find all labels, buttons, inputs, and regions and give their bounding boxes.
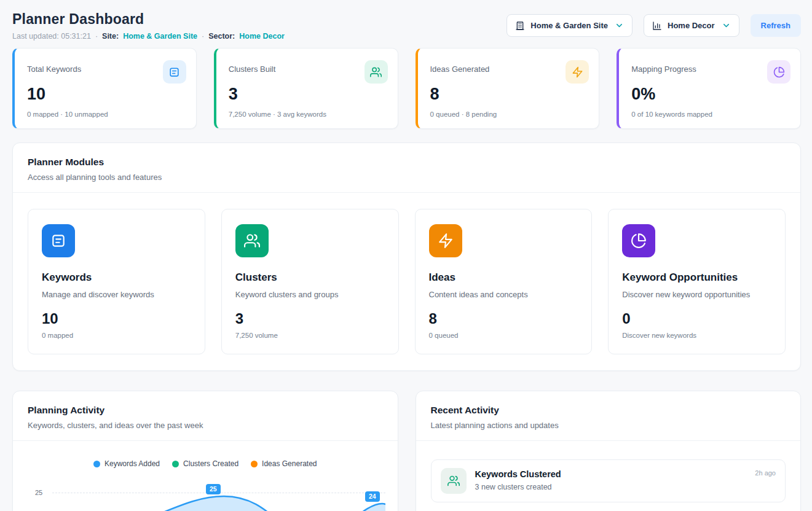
- topbar: Planner Dashboard Last updated: 05:31:21…: [12, 6, 801, 41]
- sector-selector-label: Home Decor: [668, 21, 715, 30]
- module-description: Keyword clusters and groups: [235, 290, 385, 299]
- stat-subtext: 0 mapped · 10 unmapped: [27, 111, 186, 118]
- sector-label: Sector:: [208, 32, 235, 41]
- activity-timestamp: 2h ago: [755, 469, 776, 477]
- stat-label: Mapping Progress: [631, 64, 696, 74]
- activity-chart: 25 25 24: [26, 478, 387, 511]
- legend-item-ideas-generated: Ideas Generated: [251, 459, 317, 468]
- last-updated-text: Last updated: 05:31:21: [12, 32, 91, 41]
- stat-label: Total Keywords: [27, 64, 81, 74]
- bottom-row: Planning Activity Keywords, clusters, an…: [12, 391, 801, 511]
- stat-card-total-keywords: Total Keywords 10 0 mapped · 10 unmapped: [12, 48, 197, 129]
- stat-subtext: 0 queued · 8 pending: [430, 111, 589, 118]
- stat-card-ideas-generated: Ideas Generated 8 0 queued · 8 pending: [416, 48, 600, 129]
- module-title: Ideas: [429, 271, 578, 284]
- activity-text: Keywords Clustered 3 new clusters create…: [475, 468, 561, 491]
- building-icon: [515, 21, 525, 31]
- module-card-ideas[interactable]: Ideas Content ideas and concepts 8 0 que…: [415, 209, 593, 354]
- stats-row: Total Keywords 10 0 mapped · 10 unmapped…: [12, 48, 801, 129]
- site-selector-label: Home & Garden Site: [530, 21, 608, 30]
- divider: [416, 440, 801, 441]
- stat-value: 8: [430, 86, 589, 103]
- refresh-button[interactable]: Refresh: [751, 14, 801, 37]
- stat-label: Clusters Built: [229, 64, 276, 74]
- module-value: 8: [429, 311, 578, 326]
- page-title: Planner Dashboard: [12, 11, 285, 28]
- panel-header: Planner Modules Access all planning tool…: [13, 143, 800, 192]
- module-subtext: 0 queued: [429, 332, 578, 339]
- module-description: Discover new keyword opportunities: [622, 290, 771, 299]
- stat-card-clusters-built: Clusters Built 3 7,250 volume · 3 avg ke…: [214, 48, 398, 129]
- module-description: Manage and discover keywords: [42, 290, 191, 299]
- panel-title: Planning Activity: [28, 405, 383, 416]
- stat-value: 3: [229, 86, 388, 103]
- activity-item-keywords-clustered: Keywords Clustered 3 new clusters create…: [431, 459, 786, 502]
- module-value: 0: [622, 311, 771, 326]
- chevron-down-icon: [615, 21, 624, 30]
- stat-subtext: 0 of 10 keywords mapped: [631, 111, 790, 118]
- pie-chart-icon: [767, 60, 790, 84]
- legend-dot: [251, 461, 258, 467]
- data-point-label: 24: [365, 491, 380, 502]
- stat-label: Ideas Generated: [430, 64, 490, 74]
- planner-modules-panel: Planner Modules Access all planning tool…: [12, 142, 801, 371]
- document-icon: [42, 224, 75, 257]
- separator: ·: [95, 32, 98, 41]
- module-card-keyword-opportunities[interactable]: Keyword Opportunities Discover new keywo…: [608, 209, 786, 354]
- module-subtext: Discover new keywords: [622, 332, 771, 339]
- sector-link[interactable]: Home Decor: [239, 32, 285, 41]
- legend-label: Ideas Generated: [262, 459, 317, 468]
- topbar-left: Planner Dashboard Last updated: 05:31:21…: [12, 6, 285, 41]
- stat-card-top: Mapping Progress: [631, 56, 790, 84]
- chevron-down-icon: [722, 21, 731, 30]
- module-title: Keyword Opportunities: [622, 271, 771, 284]
- recent-activity-card: Recent Activity Latest planning actions …: [416, 391, 802, 511]
- legend-dot: [172, 461, 179, 467]
- data-point-label: 25: [206, 484, 221, 494]
- module-card-keywords[interactable]: Keywords Manage and discover keywords 10…: [28, 209, 205, 354]
- users-icon: [441, 468, 467, 494]
- site-label: Site:: [102, 32, 119, 41]
- site-selector[interactable]: Home & Garden Site: [507, 14, 633, 37]
- module-subtext: 7,250 volume: [235, 332, 385, 339]
- site-link[interactable]: Home & Garden Site: [123, 32, 197, 41]
- legend-dot: [93, 461, 100, 467]
- stat-card-top: Clusters Built: [229, 56, 388, 84]
- planner-dashboard-page: Planner Dashboard Last updated: 05:31:21…: [0, 0, 812, 511]
- module-title: Keywords: [42, 271, 191, 284]
- stat-card-top: Total Keywords: [27, 56, 186, 84]
- y-axis-tick: 25: [35, 489, 42, 496]
- bolt-icon: [429, 224, 462, 257]
- topbar-controls: Home & Garden Site Home Decor Refresh: [507, 14, 801, 37]
- legend-label: Clusters Created: [183, 459, 238, 468]
- legend-label: Keywords Added: [104, 459, 160, 468]
- module-title: Clusters: [235, 271, 385, 284]
- panel-subtitle: Keywords, clusters, and ideas over the p…: [28, 421, 383, 430]
- chart-legend: Keywords Added Clusters Created Ideas Ge…: [13, 459, 398, 468]
- stat-value: 10: [27, 86, 186, 103]
- panel-title: Planner Modules: [28, 157, 786, 168]
- stat-card-mapping-progress: Mapping Progress 0% 0 of 10 keywords map…: [617, 48, 801, 129]
- module-description: Content ideas and concepts: [429, 290, 578, 299]
- panel-title: Recent Activity: [431, 405, 786, 416]
- panel-header: Recent Activity Latest planning actions …: [416, 391, 801, 440]
- activity-title: Keywords Clustered: [475, 469, 561, 479]
- pie-chart-icon: [622, 224, 655, 257]
- bolt-icon: [566, 60, 589, 84]
- modules-grid: Keywords Manage and discover keywords 10…: [13, 193, 800, 370]
- meta-line: Last updated: 05:31:21 · Site: Home & Ga…: [12, 32, 285, 41]
- sector-selector[interactable]: Home Decor: [644, 14, 739, 37]
- users-icon: [235, 224, 269, 257]
- bar-chart-icon: [652, 21, 662, 31]
- users-icon: [365, 60, 388, 84]
- separator: ·: [202, 32, 204, 41]
- legend-item-clusters-created: Clusters Created: [172, 459, 238, 468]
- stat-value: 0%: [631, 86, 790, 103]
- module-value: 3: [235, 311, 385, 326]
- planning-activity-card: Planning Activity Keywords, clusters, an…: [12, 391, 398, 511]
- stat-subtext: 7,250 volume · 3 avg keywords: [229, 111, 388, 118]
- module-card-clusters[interactable]: Clusters Keyword clusters and groups 3 7…: [221, 209, 399, 354]
- activity-description: 3 new clusters created: [475, 483, 561, 491]
- panel-subtitle: Access all planning tools and features: [28, 173, 786, 182]
- module-subtext: 0 mapped: [42, 332, 191, 339]
